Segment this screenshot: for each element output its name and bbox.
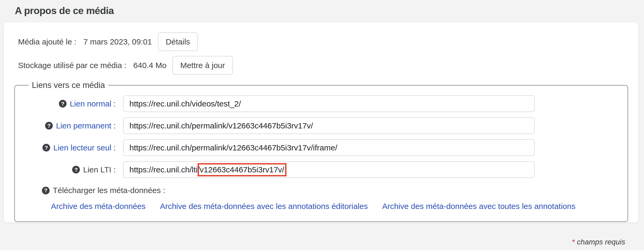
required-asterisk: * [572, 238, 575, 246]
media-info-card: Média ajouté le : 7 mars 2023, 09:01 Dét… [4, 22, 638, 222]
normal-link-input[interactable]: https://rec.unil.ch/videos/test_2/ [123, 95, 535, 112]
label-colon: : [114, 121, 116, 130]
player-only-link-label: ? Lien lecteur seul : [21, 143, 116, 152]
lti-url-prefix: https://rec.unil.ch/lti/ [129, 165, 200, 174]
help-icon[interactable]: ? [59, 100, 67, 108]
storage-label: Stockage utilisé par ce média : [18, 61, 127, 70]
storage-row: Stockage utilisé par ce média : 640.4 Mo… [18, 56, 628, 75]
player-only-link-help-link[interactable]: Lien lecteur seul [53, 143, 111, 152]
permanent-link-help-link[interactable]: Lien permanent [56, 121, 111, 130]
download-metadata-label: Télécharger les méta-données : [53, 186, 165, 195]
normal-link-row: ? Lien normal : https://rec.unil.ch/vide… [21, 95, 621, 112]
page: A propos de ce média Média ajouté le : 7… [0, 0, 644, 250]
media-added-label: Média ajouté le : [18, 37, 76, 46]
archive-metadata-editorial-annotations-link[interactable]: Archive des méta-données avec les annota… [160, 202, 368, 211]
page-title: A propos de ce média [15, 5, 640, 16]
update-storage-button[interactable]: Mettre à jour [172, 56, 233, 75]
download-metadata-row: ? Télécharger les méta-données : [42, 186, 621, 195]
details-button[interactable]: Détails [158, 32, 198, 51]
label-colon: : [114, 99, 116, 108]
storage-value: 640.4 Mo [133, 61, 167, 70]
help-icon[interactable]: ? [45, 122, 53, 130]
normal-link-label: ? Lien normal : [21, 99, 116, 108]
player-only-link-input[interactable]: https://rec.unil.ch/permalink/v12663c446… [123, 139, 535, 156]
annotation-highlight-box: v12663c4467b5i3rv17v/ [200, 165, 284, 174]
media-links-fieldset: Liens vers ce média ? Lien normal : http… [14, 81, 628, 222]
media-added-value: 7 mars 2023, 09:01 [83, 37, 152, 46]
label-colon: : [114, 165, 116, 174]
media-added-row: Média ajouté le : 7 mars 2023, 09:01 Dét… [18, 32, 628, 51]
archive-metadata-all-annotations-link[interactable]: Archive des méta-données avec toutes les… [382, 202, 576, 211]
required-fields-note: *champs requis [4, 238, 640, 246]
help-icon[interactable]: ? [42, 187, 50, 194]
media-links-legend: Liens vers ce média [29, 81, 108, 90]
required-text: champs requis [577, 238, 625, 246]
help-icon[interactable]: ? [72, 166, 80, 173]
label-colon: : [114, 143, 116, 152]
help-icon[interactable]: ? [42, 144, 50, 151]
permanent-link-row: ? Lien permanent : https://rec.unil.ch/p… [21, 117, 621, 134]
archive-links-row: Archive des méta-données Archive des mét… [51, 202, 621, 211]
lti-link-row: ? Lien LTI : https://rec.unil.ch/lti/v12… [21, 161, 621, 178]
player-only-link-row: ? Lien lecteur seul : https://rec.unil.c… [21, 139, 621, 156]
permanent-link-label: ? Lien permanent : [21, 121, 116, 130]
normal-link-help-link[interactable]: Lien normal [70, 99, 111, 108]
permanent-link-input[interactable]: https://rec.unil.ch/permalink/v12663c446… [123, 117, 535, 134]
lti-link-label: ? Lien LTI : [21, 165, 116, 174]
archive-metadata-link[interactable]: Archive des méta-données [51, 202, 146, 211]
lti-link-input[interactable]: https://rec.unil.ch/lti/v12663c4467b5i3r… [123, 161, 535, 178]
lti-link-label-text: Lien LTI [83, 165, 111, 174]
